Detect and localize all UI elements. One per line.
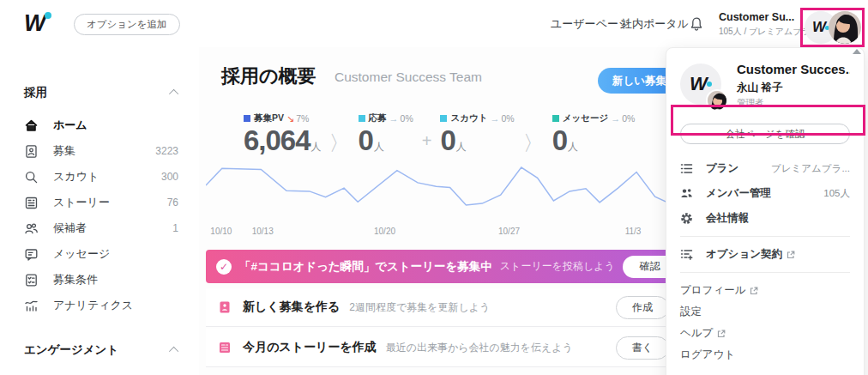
menu-item-option-contract[interactable]: オプション契約 xyxy=(680,242,850,267)
metric-value: 0 xyxy=(552,124,567,156)
sidebar-item-analytics[interactable]: アナリティクス xyxy=(0,293,199,318)
task-list: 新しく募集を作る 2週間程度で募集を更新しよう 作成 今月のストーリーを作成 最… xyxy=(206,288,678,367)
sidebar-item-requirements[interactable]: 募集条件 xyxy=(0,267,199,293)
notification-bell-icon[interactable] xyxy=(689,16,704,32)
trend-arrow-icon: ↘ xyxy=(286,113,294,124)
company-avatar-large: W xyxy=(680,64,721,105)
metric-change: 0% xyxy=(622,113,635,124)
sidebar-item-count: 76 xyxy=(167,197,178,209)
divider xyxy=(680,236,850,237)
sidebar-item-label: 募集条件 xyxy=(53,272,98,287)
sidebar-item-candidates[interactable]: 候補者 1 xyxy=(0,215,199,241)
menu-item-label: プラン xyxy=(706,161,738,176)
dropdown-caret-icon xyxy=(853,49,861,54)
sidebar-item-benefits[interactable]: 福利厚生 xyxy=(0,370,199,375)
x-tick: 10/27 xyxy=(498,227,520,236)
x-tick: 11/3 xyxy=(625,227,642,236)
posting-card-pink-icon xyxy=(218,300,232,314)
people-icon xyxy=(24,221,39,236)
link-help[interactable]: ヘルプ xyxy=(680,323,850,344)
list-icon xyxy=(680,162,693,175)
divider xyxy=(680,272,850,273)
page-title: 採用の概要 xyxy=(221,64,316,89)
menu-item-value: プレミアムプラ... xyxy=(771,162,850,175)
user-avatar[interactable] xyxy=(829,11,861,44)
metric-scout: スカウト → 0% 0人 xyxy=(440,112,514,162)
link-profile[interactable]: プロフィール xyxy=(680,280,850,301)
menu-item-company-info[interactable]: 会社情報 xyxy=(680,206,850,231)
account-plan-info: 105人 / プレミアムプラン2... xyxy=(719,26,801,38)
metric-label: メッセージ xyxy=(563,112,608,124)
funnel-separator: 〉 xyxy=(329,130,350,157)
trend-line-chart xyxy=(206,160,666,221)
trend-line-path xyxy=(206,167,666,205)
metric-applications: 応募 → 0% 0人 xyxy=(359,112,413,162)
metric-value: 0 xyxy=(440,124,455,156)
user-avatar-small xyxy=(706,89,728,112)
story-campaign-banner[interactable]: ✓ 「#ココロオドった瞬間」でストーリーを募集中 ストーリーを投稿しよう 確認 xyxy=(206,250,679,283)
add-option-button[interactable]: オプションを追加 xyxy=(74,14,180,35)
dropdown-user-role: 管理者 xyxy=(737,97,850,109)
task-row-create-posting[interactable]: 新しく募集を作る 2週間程度で募集を更新しよう 作成 xyxy=(206,288,678,327)
x-tick: 10/13 xyxy=(252,227,274,236)
analytics-chart-icon xyxy=(24,299,39,313)
task-title: 今月のストーリーを作成 xyxy=(243,340,377,355)
nav-user-page[interactable]: ユーザーページ xyxy=(551,0,630,47)
sidebar-section-recruiting[interactable]: 採用 xyxy=(24,80,178,106)
x-tick: 10/10 xyxy=(210,227,232,236)
sidebar-section-engagement[interactable]: エンゲージメント xyxy=(24,337,178,363)
menu-item-label: 会社情報 xyxy=(706,211,749,226)
members-icon xyxy=(680,187,693,200)
sidebar-item-home[interactable]: ホーム xyxy=(0,112,199,138)
menu-item-plan[interactable]: プラン プレミアムプラ... xyxy=(680,156,850,181)
funnel-metrics: 募集PV ↘ 7% 6,064人 〉 応募 → 0% 0人 + スカウト → 0… xyxy=(244,112,635,162)
sidebar-item-label: メッセージ xyxy=(53,246,110,262)
top-header: W オプションを追加 ユーザーページ 社内ポータル Customer Su...… xyxy=(0,0,868,47)
posting-card-icon xyxy=(24,144,39,159)
metric-unit: 人 xyxy=(568,141,577,153)
nav-internal-portal[interactable]: 社内ポータル xyxy=(621,0,689,47)
link-label: ログアウト xyxy=(680,344,735,366)
task-row-create-story[interactable]: 今月のストーリーを作成 最近の出来事から会社の魅力を伝えよう 書く xyxy=(206,329,678,367)
header-avatars[interactable]: W xyxy=(805,11,861,44)
sidebar-item-label: スカウト xyxy=(53,169,99,184)
task-write-button[interactable]: 書く xyxy=(616,336,669,360)
story-doc-icon xyxy=(24,196,39,210)
page-subtitle: Customer Success Team xyxy=(335,70,482,85)
chevron-up-icon[interactable] xyxy=(169,347,178,356)
sidebar-item-count: 300 xyxy=(161,171,178,183)
external-link-icon xyxy=(787,251,795,259)
chevron-up-icon[interactable] xyxy=(169,89,178,99)
section-title: エンゲージメント xyxy=(24,342,118,358)
metric-unit: 人 xyxy=(456,141,466,153)
story-pink-icon xyxy=(218,341,232,354)
link-logout[interactable]: ログアウト xyxy=(680,344,850,366)
chart-x-axis: 10/10 10/13 10/20 10/27 11/3 xyxy=(206,227,666,239)
link-label: プロフィール xyxy=(680,280,745,301)
metric-change: 0% xyxy=(501,113,514,124)
trend-arrow-icon: → xyxy=(611,113,620,124)
check-circle-icon: ✓ xyxy=(216,259,232,275)
trend-arrow-icon: → xyxy=(389,113,399,124)
sidebar-item-scout[interactable]: スカウト 300 xyxy=(0,164,199,190)
link-settings[interactable]: 設定 xyxy=(680,301,850,323)
account-summary[interactable]: Customer Su... 105人 / プレミアムプラン2... xyxy=(719,11,801,38)
legend-square-icon xyxy=(440,115,447,122)
menu-item-members[interactable]: メンバー管理 105人 xyxy=(680,181,850,206)
sidebar-item-label: アナリティクス xyxy=(53,298,133,313)
banner-title: 「#ココロオドった瞬間」でストーリーを募集中 xyxy=(239,259,492,275)
sidebar-item-messages[interactable]: メッセージ xyxy=(0,241,199,267)
sidebar-item-stories[interactable]: ストーリー 76 xyxy=(0,190,199,215)
wantedly-logo[interactable]: W xyxy=(24,10,51,37)
sidebar-item-postings[interactable]: 募集 3223 xyxy=(0,138,199,164)
task-create-button[interactable]: 作成 xyxy=(616,296,669,319)
metric-label: 応募 xyxy=(369,112,387,124)
view-company-page-button[interactable]: 会社ページを確認 xyxy=(680,124,850,144)
list-plus-icon xyxy=(680,248,693,261)
sidebar-item-label: 候補者 xyxy=(53,221,87,236)
funnel-separator: 〉 xyxy=(523,130,544,157)
metric-unit: 人 xyxy=(311,141,321,153)
sidebar-item-count: 3223 xyxy=(155,145,178,157)
menu-item-label: メンバー管理 xyxy=(706,186,771,201)
metric-change: 0% xyxy=(401,113,413,124)
